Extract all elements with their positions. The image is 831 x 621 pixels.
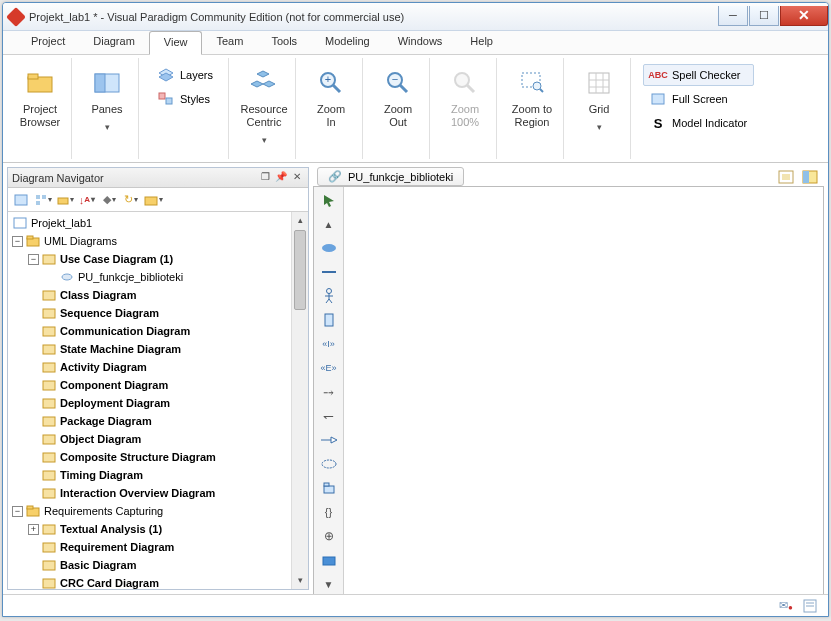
tree-root[interactable]: Projekt_lab1 xyxy=(8,214,308,232)
pointer-tool-icon[interactable] xyxy=(318,190,340,210)
ribbon: Project Browser Panes Layers Styles xyxy=(3,55,828,163)
menu-team[interactable]: Team xyxy=(202,31,257,54)
zoom-region-button[interactable]: Zoom to Region xyxy=(503,60,561,156)
tree-item[interactable]: Deployment Diagram xyxy=(8,394,308,412)
zoom-in-button[interactable]: + Zoom In xyxy=(302,60,360,156)
menu-windows[interactable]: Windows xyxy=(384,31,457,54)
tree-item[interactable]: Object Diagram xyxy=(8,430,308,448)
tree-group-uml[interactable]: − UML Diagrams xyxy=(8,232,308,250)
messages-icon[interactable]: ✉● xyxy=(778,598,794,614)
svg-rect-65 xyxy=(325,314,333,326)
styles-button[interactable]: Styles xyxy=(151,88,220,110)
workspace: Diagram Navigator ❐ 📌 ✕ ↓A ◆ ↻ Projekt_l… xyxy=(3,163,828,594)
package-tool-icon[interactable] xyxy=(318,478,340,498)
fit-view-icon[interactable] xyxy=(776,168,796,186)
notes-icon[interactable] xyxy=(802,598,818,614)
tree-item[interactable]: Activity Diagram xyxy=(8,358,308,376)
tree-item[interactable]: − Use Case Diagram (1) xyxy=(8,250,308,268)
anchor-tool-icon[interactable]: ⊕ xyxy=(318,526,340,546)
usecase-tool-icon[interactable] xyxy=(318,238,340,258)
sort-icon[interactable]: ↓A xyxy=(77,191,97,209)
tree-item[interactable]: Composite Structure Diagram xyxy=(8,448,308,466)
filter-icon[interactable] xyxy=(55,191,75,209)
diagram-navigator-panel: Diagram Navigator ❐ 📌 ✕ ↓A ◆ ↻ Projekt_l… xyxy=(7,167,309,590)
tree-group-requirements[interactable]: − Requirements Capturing xyxy=(8,502,308,520)
expand-tool-icon[interactable]: ▲ xyxy=(318,214,340,234)
menu-tools[interactable]: Tools xyxy=(257,31,311,54)
close-button[interactable]: ✕ xyxy=(780,6,828,26)
menu-view[interactable]: View xyxy=(149,31,203,55)
tree-item[interactable]: Class Diagram xyxy=(8,286,308,304)
svg-rect-52 xyxy=(43,579,55,588)
tree-view-icon[interactable] xyxy=(33,191,53,209)
scroll-down-icon[interactable]: ▾ xyxy=(292,572,308,589)
maximize-button[interactable]: ☐ xyxy=(749,6,779,26)
collapse-toggle[interactable]: − xyxy=(12,236,23,247)
resource-centric-button[interactable]: Resource Centric xyxy=(235,60,293,156)
tree-item[interactable]: Package Diagram xyxy=(8,412,308,430)
tree-item[interactable]: Component Diagram xyxy=(8,376,308,394)
actor-tool-icon[interactable] xyxy=(318,286,340,306)
panel-restore-icon[interactable]: ❐ xyxy=(258,171,272,185)
tree-item[interactable]: Sequence Diagram xyxy=(8,304,308,322)
menu-modeling[interactable]: Modeling xyxy=(311,31,384,54)
tree-item[interactable]: Communication Diagram xyxy=(8,322,308,340)
refresh-icon[interactable]: ↻ xyxy=(121,191,141,209)
open-folder-icon[interactable] xyxy=(143,191,163,209)
menu-project[interactable]: Project xyxy=(17,31,79,54)
document-tab[interactable]: 🔗 PU_funkcje_biblioteki xyxy=(317,167,464,186)
collapse-icon[interactable]: ◆ xyxy=(99,191,119,209)
minimize-button[interactable]: ─ xyxy=(718,6,748,26)
new-diagram-icon[interactable] xyxy=(11,191,31,209)
tree-item-diagram[interactable]: PU_funkcje_biblioteki xyxy=(8,268,308,286)
collapse-toggle[interactable]: − xyxy=(28,254,39,265)
folder-open-icon xyxy=(25,504,41,518)
tree-item[interactable]: +Textual Analysis (1) xyxy=(8,520,308,538)
include-tool-icon[interactable]: «I» xyxy=(318,334,340,354)
menu-diagram[interactable]: Diagram xyxy=(79,31,149,54)
spellcheck-icon: ABC xyxy=(650,68,666,82)
panel-toggle-icon[interactable] xyxy=(800,168,820,186)
palette-scroll-icon[interactable]: ▼ xyxy=(318,574,340,594)
generalization-tool-icon[interactable] xyxy=(318,430,340,450)
more-tools-icon[interactable] xyxy=(318,550,340,570)
svg-rect-48 xyxy=(27,506,33,509)
tree-item[interactable]: Interaction Overview Diagram xyxy=(8,484,308,502)
navigator-tree[interactable]: Projekt_lab1 − UML Diagrams − Use Case D… xyxy=(8,212,308,589)
project-browser-button[interactable]: Project Browser xyxy=(11,60,69,156)
svg-rect-33 xyxy=(43,255,55,264)
panel-close-icon[interactable]: ✕ xyxy=(290,171,304,185)
svg-line-21 xyxy=(540,89,543,92)
line-tool-icon[interactable] xyxy=(318,262,340,282)
tree-item[interactable]: Basic Diagram xyxy=(8,556,308,574)
constraint-tool-icon[interactable]: {} xyxy=(318,502,340,522)
spell-checker-button[interactable]: ABC Spell Checker xyxy=(643,64,754,86)
scroll-thumb[interactable] xyxy=(294,230,306,310)
dependency-tool-icon[interactable]: ⤍ xyxy=(318,382,340,402)
tree-item[interactable]: Requirement Diagram xyxy=(8,538,308,556)
expand-toggle[interactable]: + xyxy=(28,524,39,535)
scroll-up-icon[interactable]: ▴ xyxy=(292,212,308,229)
full-screen-button[interactable]: Full Screen xyxy=(643,88,754,110)
menu-help[interactable]: Help xyxy=(456,31,507,54)
svg-rect-69 xyxy=(324,486,334,493)
model-indicator-button[interactable]: S Model Indicator xyxy=(643,112,754,134)
collapse-toggle[interactable]: − xyxy=(12,506,23,517)
panel-pin-icon[interactable]: 📌 xyxy=(274,171,288,185)
panes-button[interactable]: Panes xyxy=(78,60,136,156)
system-tool-icon[interactable] xyxy=(318,310,340,330)
extend-tool-icon[interactable]: «E» xyxy=(318,358,340,378)
association-tool-icon[interactable]: ↽ xyxy=(318,406,340,426)
tree-item[interactable]: Timing Diagram xyxy=(8,466,308,484)
grid-button[interactable]: Grid xyxy=(570,60,628,156)
collaboration-tool-icon[interactable] xyxy=(318,454,340,474)
svg-rect-32 xyxy=(27,236,33,239)
tree-item[interactable]: State Machine Diagram xyxy=(8,340,308,358)
tree-item[interactable]: CRC Card Diagram xyxy=(8,574,308,589)
diagram-canvas[interactable] xyxy=(344,187,823,594)
tree-scrollbar[interactable]: ▴ ▾ xyxy=(291,212,308,589)
layers-button[interactable]: Layers xyxy=(151,64,220,86)
zoom-100-button[interactable]: Zoom 100% xyxy=(436,60,494,156)
zoom-out-button[interactable]: − Zoom Out xyxy=(369,60,427,156)
svg-point-20 xyxy=(533,82,541,90)
